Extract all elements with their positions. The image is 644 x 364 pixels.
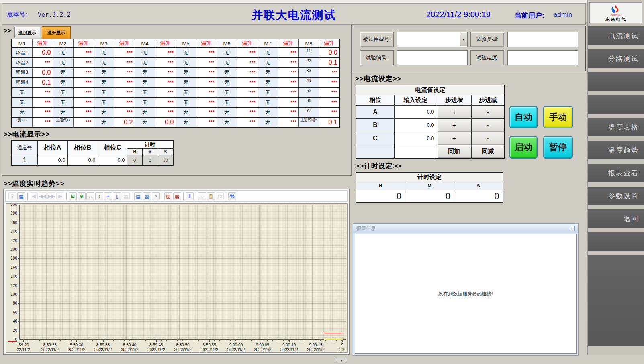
temp-rise-value: 0.0 <box>319 48 339 58</box>
first-icon[interactable]: ◀ <box>30 192 38 200</box>
clock-icon[interactable]: ◔ <box>152 192 160 200</box>
sidebar-button-9[interactable]: 返回 <box>588 209 644 228</box>
toolbar-separator <box>196 192 196 200</box>
auto-button[interactable]: 自动 <box>509 106 538 128</box>
current-input[interactable]: 0.0 <box>395 132 437 145</box>
tab-temperature-rise-display[interactable]: 温升显示 <box>42 26 71 39</box>
temp-rise-header: 温升 <box>114 39 135 48</box>
zoom-box-icon[interactable]: ⊡ <box>69 192 77 200</box>
decrease-all-button[interactable]: 同减 <box>472 145 505 158</box>
x-tick-date: 2022/11/2 <box>276 348 303 352</box>
step-decrease-button[interactable]: - <box>472 132 505 145</box>
temp-rise-value: *** <box>196 87 217 98</box>
zoom-vertical-icon[interactable]: ↕ <box>95 192 103 200</box>
test-type-input[interactable] <box>507 32 578 47</box>
sidebar-button-2[interactable]: 分路测试 <box>588 49 644 68</box>
toolbar-separator <box>226 192 226 200</box>
y-axis-tick-label: 300 <box>6 203 17 207</box>
temp-rise-header: 温升 <box>155 39 176 48</box>
start-button[interactable]: 启动 <box>509 136 538 159</box>
y-axis-tick-label: 40 <box>6 319 17 323</box>
x-tick-date: 2022/11/2 <box>90 348 117 352</box>
axis-scale-icon[interactable]: ▯ <box>113 192 121 200</box>
step-increase-button[interactable]: + <box>437 105 471 118</box>
sidebar-button-8[interactable]: 参数设置 <box>588 187 644 205</box>
forward-icon[interactable]: ▶▶ <box>47 192 55 200</box>
current-input[interactable]: 0.0 <box>395 105 437 118</box>
timer-set-h-header: H <box>356 182 405 190</box>
device-model-combobox[interactable]: ▼ <box>397 32 468 47</box>
alarm-close-icon[interactable]: ▫ <box>569 226 575 231</box>
sidebar-button-3[interactable] <box>588 72 644 91</box>
temp-rise-value: *** <box>319 87 339 98</box>
fx-icon[interactable]: ƒx <box>216 192 224 200</box>
temp-group-header: M1 <box>12 39 32 48</box>
temp-point-label: 无 <box>135 87 155 98</box>
temp-rise-value: *** <box>114 77 135 87</box>
timer-set-m-input[interactable]: 0 <box>405 190 454 203</box>
sidebar-button-6[interactable]: 温度趋势 <box>588 141 644 159</box>
plot-area[interactable] <box>19 205 346 340</box>
temp-rise-value: *** <box>73 58 94 68</box>
timer-set-h-input[interactable]: 0 <box>356 190 405 203</box>
tab-temperature-display[interactable]: 温度显示 <box>14 27 40 38</box>
timer-h-header: H <box>127 149 142 155</box>
sidebar-button-4[interactable] <box>588 95 644 114</box>
current-input[interactable]: 0.0 <box>395 118 437 132</box>
x-tick-time: 9:00:05 <box>249 343 276 348</box>
x-axis-tick-label: 9:00:052022/11/2 <box>249 343 276 352</box>
grid-icon[interactable]: ▦ <box>122 192 130 200</box>
temp-rise-value: *** <box>196 68 217 78</box>
temp-point-label: 无 <box>217 58 237 68</box>
increase-all-button[interactable]: 同加 <box>437 145 471 158</box>
temp-rise-value: *** <box>114 68 135 78</box>
add-grid-icon[interactable]: ▧ <box>143 192 151 200</box>
table-row: 环温2***无***无***无***无***无***无***220.1 <box>12 58 339 68</box>
table-row: C0.0+- <box>356 132 505 145</box>
x-axis-tick-label: 920: <box>329 343 348 352</box>
pause-trend-icon[interactable]: ‖ <box>186 192 194 200</box>
sidebar-button-10[interactable] <box>588 232 644 251</box>
pause-button[interactable]: 暂停 <box>543 136 573 159</box>
temp-table-body: 环温10.0无***无***无***无***无***无***110.0环温2**… <box>12 48 339 127</box>
timer-h-value: 0 <box>127 155 142 166</box>
current-user-value: admin <box>554 11 572 19</box>
zoom-horizontal-icon[interactable]: ↔ <box>86 192 94 200</box>
table-row: 无***无***无***无***无***无***无***55*** <box>12 87 339 98</box>
help-icon[interactable]: ? <box>8 192 16 200</box>
test-number-input[interactable] <box>397 50 468 65</box>
timer-set-s-input[interactable]: 0 <box>454 190 503 203</box>
step-decrease-button[interactable]: - <box>472 105 505 118</box>
current-input[interactable] <box>395 145 437 158</box>
data-export-icon[interactable]: ▦ <box>17 192 25 200</box>
y-axis-tick-label: 80 <box>6 301 17 305</box>
y-axis-tick-label: 140 <box>6 274 17 279</box>
range-icon[interactable]: [] <box>207 192 215 200</box>
temperature-series-yellow <box>324 339 343 340</box>
sidebar-button-1[interactable]: 电流测试 <box>588 26 644 45</box>
step-icon[interactable]: → <box>198 192 206 200</box>
step-decrease-button[interactable]: - <box>472 118 505 132</box>
step-increase-button[interactable]: + <box>437 132 471 145</box>
temp-point-label: 测1.8 <box>12 117 32 127</box>
zoom-in-icon[interactable]: ⊕ <box>78 192 86 200</box>
sidebar-button-5[interactable]: 温度表格 <box>588 118 644 136</box>
layout-icon[interactable]: ▤ <box>134 192 142 200</box>
last-icon[interactable]: ▶ <box>56 192 64 200</box>
x-tick-date: 2022/11/2 <box>303 348 329 352</box>
pan-icon[interactable]: + <box>104 192 112 200</box>
chart-export-icon[interactable]: ▨ <box>164 192 172 200</box>
combo-dropdown-icon[interactable]: ▼ <box>460 33 467 46</box>
manual-button[interactable]: 手动 <box>543 106 573 128</box>
chart-import-icon[interactable]: ▩ <box>173 192 181 200</box>
scroll-down-icon[interactable]: ▼ <box>336 358 347 363</box>
rewind-icon[interactable]: ◀◀ <box>39 192 47 200</box>
y-axis-tick <box>18 286 20 286</box>
temp-rise-value: *** <box>278 87 298 98</box>
phase-c-value: 0.0 <box>98 155 127 166</box>
test-current-input[interactable] <box>507 50 578 65</box>
percent-icon[interactable]: % <box>228 192 236 200</box>
sidebar-button-7[interactable]: 报表查看 <box>588 164 644 182</box>
timer-set-s-header: S <box>454 182 503 190</box>
step-increase-button[interactable]: + <box>437 118 471 132</box>
